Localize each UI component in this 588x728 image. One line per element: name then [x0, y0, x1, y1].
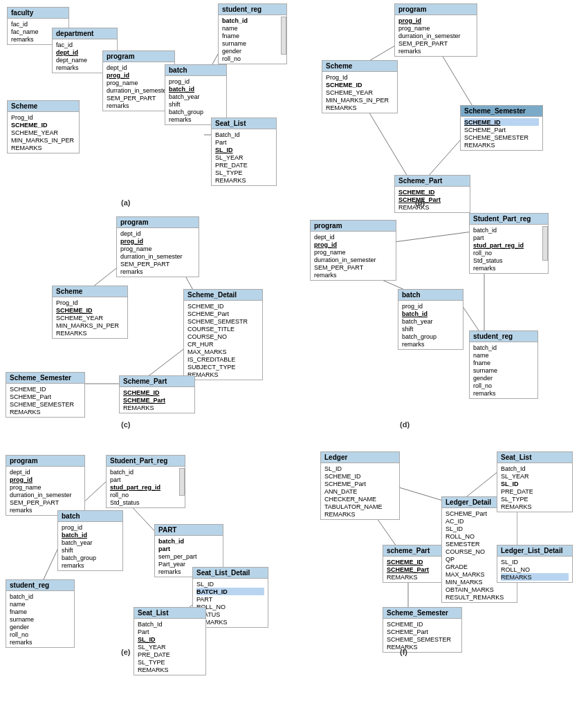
table-program-b: program prog_id prog_name durration_in_s…: [394, 3, 477, 57]
field: prog_id: [10, 476, 81, 483]
field: remarks: [473, 389, 534, 397]
table-program-e: program dept_id prog_id prog_name durrat…: [6, 455, 85, 516]
scrollbar[interactable]: [179, 468, 185, 496]
field: SCHEME_ID: [387, 620, 458, 628]
table-header: Scheme_Part: [395, 176, 470, 187]
field: name: [222, 24, 278, 32]
field: SL_ID: [324, 465, 396, 472]
field: SCHEME_Part: [398, 196, 466, 203]
field: REMARKS: [215, 176, 273, 184]
table-header: batch: [398, 290, 463, 301]
field: SCHEME_Part: [387, 628, 458, 635]
table-body: SCHEME_ID SCHEME_Part REMARKS: [120, 387, 194, 413]
table-header: student_reg: [470, 331, 538, 342]
field: prog_id: [169, 77, 223, 85]
table-student-reg-a: student_reg batch_id name fname surname …: [218, 3, 287, 64]
field: batch_group: [169, 108, 223, 115]
field: fname: [222, 32, 278, 39]
field: surname: [473, 366, 534, 374]
field: SL_YEAR: [138, 643, 202, 651]
field: REMARKS: [387, 643, 458, 651]
field: SCHEME_ID: [398, 188, 466, 196]
section-label-a: (a): [121, 198, 130, 207]
field: shift: [62, 546, 119, 554]
field: OBTAIN_MARKS: [445, 586, 513, 593]
scrollbar[interactable]: [542, 226, 548, 261]
field: MAX_MARKS: [187, 348, 259, 355]
table-header: Scheme_Semester: [6, 373, 84, 384]
field: SCHEME_Part: [123, 396, 191, 404]
table-scheme-detail-c: Scheme_Detail SCHEME_ID SCHEME_Part SCHE…: [183, 289, 263, 380]
field: sem_per_part: [158, 552, 219, 560]
field: roll_no: [110, 491, 176, 498]
field: shift: [169, 100, 223, 108]
field: fname: [10, 608, 71, 615]
section-label-f: (f): [400, 648, 407, 656]
table-body: Prog_Id SCHEME_ID SCHEME_YEAR MIN_MARKS_…: [8, 112, 79, 153]
field: prog_name: [107, 79, 171, 86]
field: SL_ID: [138, 635, 202, 643]
field: REMARKS: [398, 203, 466, 211]
field: batch_id: [169, 85, 223, 93]
field: SL_ID: [196, 580, 264, 588]
field: prog_id: [107, 71, 171, 79]
field: SEM_PER_PART: [314, 263, 392, 271]
field: remarks: [314, 271, 392, 279]
table-body: prog_id batch_id batch_year shift batch_…: [58, 522, 122, 570]
table-body: SCHEME_ID SCHEME_Part SCHEME_SEMESTER RE…: [6, 384, 84, 417]
field: gender: [222, 47, 278, 55]
field: Batch_Id: [215, 131, 273, 138]
table-header: Scheme: [8, 101, 79, 112]
field: SCHEME_Part: [464, 126, 539, 133]
field: roll_no: [473, 382, 534, 389]
field: fac_id: [11, 20, 65, 28]
table-header: Scheme_Part: [120, 376, 194, 387]
field: prog_id: [398, 17, 473, 24]
field: ROLL_NO: [501, 566, 569, 573]
field: SEM_PER_PART: [10, 498, 81, 506]
field: remarks: [10, 638, 71, 646]
table-body: Prog_Id SCHEME_ID SCHEME_YEAR MIN_MARKS_…: [53, 297, 127, 338]
field: roll_no: [10, 631, 71, 638]
field: batch_year: [169, 93, 223, 100]
field: REMARKS: [138, 666, 202, 673]
field: CR_HUR: [187, 340, 259, 348]
table-header: Seat_List_Detail: [193, 568, 268, 579]
field: IS_CREDITABLE: [187, 355, 259, 363]
field: batch_group: [62, 554, 119, 561]
table-body: SL_ID ROLL_NO REMARKS: [497, 557, 572, 582]
table-header: student_reg: [6, 580, 74, 591]
field: SCHEME_Part: [10, 393, 81, 400]
table-header: faculty: [8, 8, 68, 19]
field: Part: [138, 628, 202, 635]
field: surname: [10, 615, 71, 623]
field: SCHEME_SEMESTER: [387, 635, 458, 643]
field: dept_id: [314, 233, 392, 241]
field: durration_in_semester: [120, 252, 195, 260]
field: batch_group: [402, 333, 459, 340]
field: MIN_MARKS_IN_PER: [326, 96, 394, 104]
field: Prog_Id: [11, 113, 75, 121]
field: prog_id: [120, 237, 195, 245]
field: REMARKS: [196, 618, 264, 626]
field: SCHEME_YEAR: [11, 129, 75, 136]
table-student-reg-d: student_reg batch_id name fname surname …: [469, 330, 538, 399]
field: Std_status: [110, 498, 176, 506]
field: stud_part_reg_id: [473, 241, 540, 249]
table-batch-a: batch prog_id batch_id batch_year shift …: [165, 64, 227, 125]
table-header: Seat_List: [134, 608, 205, 619]
field: batch_id: [110, 468, 176, 476]
field: SL_ID: [215, 146, 273, 153]
field: remarks: [107, 102, 171, 109]
field: gender: [473, 374, 534, 382]
field: fname: [473, 359, 534, 366]
scrollbar[interactable]: [281, 17, 286, 55]
field: SCHEME_ID: [123, 389, 191, 396]
table-header: program: [103, 51, 174, 62]
field: ROLL_NO: [196, 603, 264, 610]
section-label-c: (c): [121, 420, 130, 429]
table-ledger-f: Ledger SL_ID SCHEME_ID SCHEME_Part ANN_D…: [320, 451, 400, 520]
field: remarks: [473, 264, 540, 272]
field: SCHEME_Part: [187, 310, 259, 317]
field: BATCH_ID: [196, 588, 264, 595]
